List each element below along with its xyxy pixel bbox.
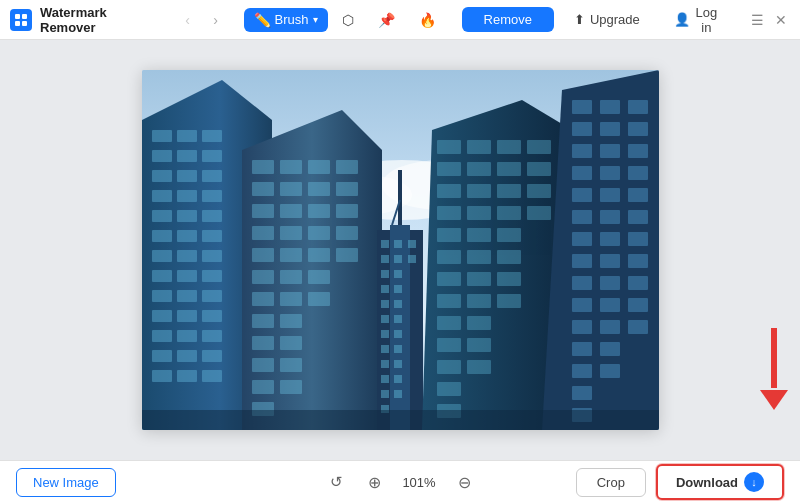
svg-rect-40 [202,310,222,322]
svg-rect-154 [600,100,620,114]
svg-rect-189 [600,364,620,378]
svg-rect-137 [497,250,521,264]
svg-rect-79 [252,336,274,350]
svg-rect-75 [280,292,302,306]
user-icon: 👤 [674,12,690,27]
svg-rect-124 [437,184,461,198]
svg-rect-158 [628,122,648,136]
svg-rect-119 [527,140,551,154]
brush-tool-button[interactable]: ✏️ Brush ▾ [244,8,328,32]
close-button[interactable]: ✕ [772,11,790,29]
svg-rect-30 [177,250,197,262]
svg-rect-27 [177,230,197,242]
svg-rect-110 [381,390,389,398]
svg-rect-160 [600,144,620,158]
svg-rect-118 [497,140,521,154]
svg-rect-188 [572,364,592,378]
zoom-controls: ↺ ⊕ 101% ⊖ [323,469,477,495]
svg-rect-52 [280,160,302,174]
svg-rect-66 [336,226,358,240]
remove-button[interactable]: Remove [462,7,554,32]
minimize-button[interactable]: ☰ [748,11,766,29]
svg-rect-170 [628,210,648,224]
svg-rect-177 [572,276,592,290]
zoom-out-button[interactable]: ⊖ [451,469,477,495]
svg-rect-147 [467,338,491,352]
svg-rect-24 [177,210,197,222]
svg-rect-140 [497,272,521,286]
svg-rect-82 [280,358,302,372]
svg-rect-37 [202,290,222,302]
image-canvas [142,70,659,430]
tool-group: ✏️ Brush ▾ ⬡ 📌 🔥 [244,8,446,32]
forward-button[interactable]: › [204,8,228,32]
download-label: Download [676,475,738,490]
svg-rect-38 [152,310,172,322]
svg-rect-71 [252,270,274,284]
svg-rect-61 [308,204,330,218]
svg-rect-178 [600,276,620,290]
download-button[interactable]: Download ↓ [656,464,784,500]
svg-rect-143 [497,294,521,308]
svg-rect-99 [394,300,402,308]
svg-rect-102 [381,330,389,338]
svg-rect-42 [177,330,197,342]
svg-rect-17 [152,170,172,182]
svg-rect-184 [600,320,620,334]
arrow-shaft [771,328,777,388]
svg-rect-156 [572,122,592,136]
svg-rect-182 [628,298,648,312]
svg-rect-59 [252,204,274,218]
svg-rect-22 [202,190,222,202]
svg-rect-94 [381,270,389,278]
nav-controls: ‹ › [176,8,228,32]
svg-rect-45 [177,350,197,362]
svg-rect-1 [22,14,27,19]
svg-rect-175 [600,254,620,268]
svg-rect-3 [22,21,27,26]
svg-rect-166 [600,188,620,202]
svg-rect-181 [600,298,620,312]
svg-rect-162 [572,166,592,180]
svg-rect-109 [394,375,402,383]
lasso-tool-button[interactable]: ⬡ [332,8,364,32]
svg-rect-90 [408,240,416,248]
svg-rect-48 [177,370,197,382]
svg-rect-141 [437,294,461,308]
reset-zoom-button[interactable]: ↺ [323,469,349,495]
erase-tool-button[interactable]: 🔥 [409,8,446,32]
new-image-button[interactable]: New Image [16,468,116,497]
upgrade-button[interactable]: ⬆ Upgrade [562,8,652,31]
login-button[interactable]: 👤 Log in [664,1,728,39]
svg-rect-180 [572,298,592,312]
download-icon: ↓ [744,472,764,492]
svg-rect-72 [280,270,302,284]
app-title: Watermark Remover [40,5,160,35]
svg-rect-132 [437,228,461,242]
statusbar: New Image ↺ ⊕ 101% ⊖ Crop Download ↓ [0,460,800,503]
svg-rect-159 [572,144,592,158]
svg-rect-64 [280,226,302,240]
svg-rect-14 [152,150,172,162]
svg-rect-20 [152,190,172,202]
svg-rect-67 [252,248,274,262]
svg-rect-12 [177,130,197,142]
pin-tool-button[interactable]: 📌 [368,8,405,32]
svg-rect-33 [177,270,197,282]
svg-rect-128 [437,206,461,220]
crop-button[interactable]: Crop [576,468,646,497]
svg-rect-179 [628,276,648,290]
svg-rect-96 [381,285,389,293]
svg-rect-126 [497,184,521,198]
svg-rect-139 [467,272,491,286]
image-display [142,70,659,430]
svg-rect-36 [177,290,197,302]
svg-rect-2 [15,21,20,26]
zoom-in-button[interactable]: ⊕ [361,469,387,495]
svg-rect-172 [600,232,620,246]
back-button[interactable]: ‹ [176,8,200,32]
svg-rect-149 [467,360,491,374]
brush-icon: ✏️ [254,12,271,28]
pin-icon: 📌 [378,12,395,28]
upgrade-icon: ⬆ [574,12,585,27]
